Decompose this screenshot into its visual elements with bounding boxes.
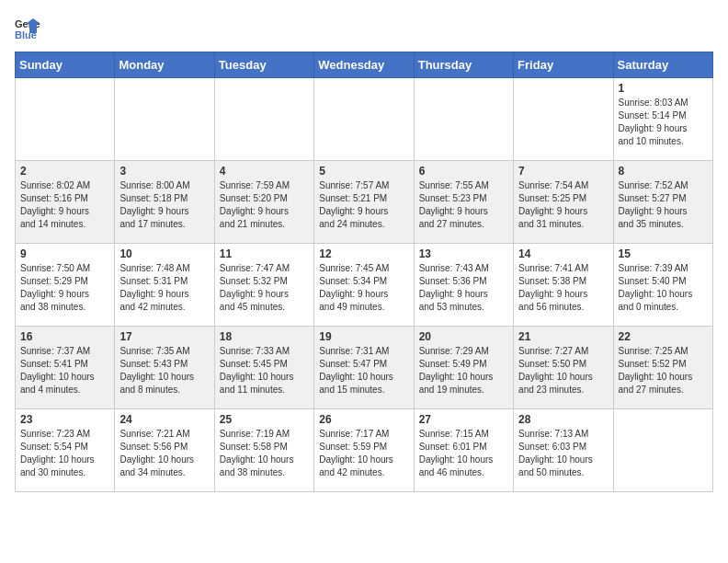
calendar-cell: 25Sunrise: 7:19 AM Sunset: 5:58 PM Dayli…: [214, 409, 313, 492]
day-info: Sunrise: 7:25 AM Sunset: 5:52 PM Dayligh…: [619, 345, 708, 396]
day-info: Sunrise: 7:35 AM Sunset: 5:43 PM Dayligh…: [119, 345, 209, 396]
calendar-cell: 4Sunrise: 7:59 AM Sunset: 5:20 PM Daylig…: [214, 161, 313, 244]
header-sunday: Sunday: [16, 52, 115, 78]
day-info: Sunrise: 7:54 AM Sunset: 5:25 PM Dayligh…: [518, 179, 608, 231]
calendar-cell: 13Sunrise: 7:43 AM Sunset: 5:36 PM Dayli…: [414, 244, 513, 327]
day-number: 19: [319, 330, 408, 343]
calendar-cell: 19Sunrise: 7:31 AM Sunset: 5:47 PM Dayli…: [314, 327, 414, 409]
header-tuesday: Tuesday: [214, 52, 313, 78]
day-number: 7: [518, 165, 608, 178]
calendar-cell: 10Sunrise: 7:48 AM Sunset: 5:31 PM Dayli…: [115, 244, 214, 327]
calendar-cell: 20Sunrise: 7:29 AM Sunset: 5:49 PM Dayli…: [414, 327, 513, 409]
day-number: 5: [319, 165, 408, 178]
calendar-cell: 6Sunrise: 7:55 AM Sunset: 5:23 PM Daylig…: [414, 161, 513, 244]
day-number: 3: [119, 165, 209, 178]
day-info: Sunrise: 7:41 AM Sunset: 5:38 PM Dayligh…: [518, 262, 608, 314]
day-number: 22: [619, 330, 708, 343]
day-info: Sunrise: 7:57 AM Sunset: 5:21 PM Dayligh…: [319, 179, 408, 231]
day-number: 18: [220, 330, 309, 343]
day-number: 10: [119, 247, 209, 260]
day-info: Sunrise: 7:50 AM Sunset: 5:29 PM Dayligh…: [20, 262, 109, 314]
day-info: Sunrise: 7:15 AM Sunset: 6:01 PM Dayligh…: [419, 428, 508, 479]
calendar-cell: 7Sunrise: 7:54 AM Sunset: 5:25 PM Daylig…: [514, 161, 613, 244]
day-number: 21: [518, 330, 608, 343]
day-info: Sunrise: 7:55 AM Sunset: 5:23 PM Dayligh…: [419, 179, 508, 231]
day-number: 26: [319, 413, 408, 426]
calendar-cell: [16, 78, 115, 161]
calendar-cell: [514, 78, 613, 161]
calendar-cell: 26Sunrise: 7:17 AM Sunset: 5:59 PM Dayli…: [314, 409, 414, 492]
calendar-table: SundayMondayTuesdayWednesdayThursdayFrid…: [15, 52, 713, 492]
day-info: Sunrise: 7:31 AM Sunset: 5:47 PM Dayligh…: [319, 345, 408, 396]
day-number: 27: [419, 413, 508, 426]
calendar-header-row: SundayMondayTuesdayWednesdayThursdayFrid…: [16, 52, 713, 78]
calendar-week-5: 23Sunrise: 7:23 AM Sunset: 5:54 PM Dayli…: [16, 409, 713, 492]
calendar-cell: 12Sunrise: 7:45 AM Sunset: 5:34 PM Dayli…: [314, 244, 414, 327]
day-number: 20: [419, 330, 508, 343]
day-number: 23: [20, 413, 109, 426]
calendar-cell: [613, 409, 712, 492]
calendar-week-4: 16Sunrise: 7:37 AM Sunset: 5:41 PM Dayli…: [16, 327, 713, 409]
day-info: Sunrise: 7:23 AM Sunset: 5:54 PM Dayligh…: [20, 428, 109, 479]
day-info: Sunrise: 7:45 AM Sunset: 5:34 PM Dayligh…: [319, 262, 408, 314]
day-number: 15: [619, 247, 708, 260]
header-thursday: Thursday: [414, 52, 513, 78]
day-info: Sunrise: 7:29 AM Sunset: 5:49 PM Dayligh…: [419, 345, 508, 396]
calendar-cell: 15Sunrise: 7:39 AM Sunset: 5:40 PM Dayli…: [613, 244, 712, 327]
calendar-cell: 11Sunrise: 7:47 AM Sunset: 5:32 PM Dayli…: [214, 244, 313, 327]
calendar-cell: 22Sunrise: 7:25 AM Sunset: 5:52 PM Dayli…: [613, 327, 712, 409]
calendar-week-2: 2Sunrise: 8:02 AM Sunset: 5:16 PM Daylig…: [16, 161, 713, 244]
calendar-cell: 5Sunrise: 7:57 AM Sunset: 5:21 PM Daylig…: [314, 161, 414, 244]
day-info: Sunrise: 7:48 AM Sunset: 5:31 PM Dayligh…: [119, 262, 209, 314]
header-friday: Friday: [514, 52, 613, 78]
calendar-cell: 14Sunrise: 7:41 AM Sunset: 5:38 PM Dayli…: [514, 244, 613, 327]
day-info: Sunrise: 7:13 AM Sunset: 6:03 PM Dayligh…: [518, 428, 608, 479]
header-wednesday: Wednesday: [314, 52, 414, 78]
calendar-cell: 21Sunrise: 7:27 AM Sunset: 5:50 PM Dayli…: [514, 327, 613, 409]
day-number: 24: [119, 413, 209, 426]
day-number: 4: [220, 165, 309, 178]
calendar-week-3: 9Sunrise: 7:50 AM Sunset: 5:29 PM Daylig…: [16, 244, 713, 327]
calendar-cell: [314, 78, 414, 161]
day-info: Sunrise: 7:17 AM Sunset: 5:59 PM Dayligh…: [319, 428, 408, 479]
calendar-cell: 9Sunrise: 7:50 AM Sunset: 5:29 PM Daylig…: [16, 244, 115, 327]
day-info: Sunrise: 7:39 AM Sunset: 5:40 PM Dayligh…: [619, 262, 708, 314]
calendar-cell: [214, 78, 313, 161]
day-info: Sunrise: 7:59 AM Sunset: 5:20 PM Dayligh…: [220, 179, 309, 231]
day-number: 2: [20, 165, 109, 178]
day-number: 12: [319, 247, 408, 260]
day-number: 9: [20, 247, 109, 260]
day-info: Sunrise: 7:21 AM Sunset: 5:56 PM Dayligh…: [119, 428, 209, 479]
day-number: 17: [119, 330, 209, 343]
calendar-cell: 24Sunrise: 7:21 AM Sunset: 5:56 PM Dayli…: [115, 409, 214, 492]
day-number: 14: [518, 247, 608, 260]
day-number: 11: [220, 247, 309, 260]
header-saturday: Saturday: [613, 52, 712, 78]
calendar-cell: 23Sunrise: 7:23 AM Sunset: 5:54 PM Dayli…: [16, 409, 115, 492]
day-number: 8: [619, 165, 708, 178]
day-info: Sunrise: 7:43 AM Sunset: 5:36 PM Dayligh…: [419, 262, 508, 314]
calendar-cell: [414, 78, 513, 161]
day-info: Sunrise: 8:03 AM Sunset: 5:14 PM Dayligh…: [619, 97, 708, 148]
calendar-cell: 28Sunrise: 7:13 AM Sunset: 6:03 PM Dayli…: [514, 409, 613, 492]
calendar-cell: 2Sunrise: 8:02 AM Sunset: 5:16 PM Daylig…: [16, 161, 115, 244]
calendar-cell: 17Sunrise: 7:35 AM Sunset: 5:43 PM Dayli…: [115, 327, 214, 409]
day-number: 28: [518, 413, 608, 426]
header-monday: Monday: [115, 52, 214, 78]
header: General Blue: [15, 15, 713, 40]
calendar-cell: 3Sunrise: 8:00 AM Sunset: 5:18 PM Daylig…: [115, 161, 214, 244]
calendar-cell: [115, 78, 214, 161]
day-info: Sunrise: 8:00 AM Sunset: 5:18 PM Dayligh…: [119, 179, 209, 231]
day-info: Sunrise: 7:27 AM Sunset: 5:50 PM Dayligh…: [518, 345, 608, 396]
calendar-cell: 8Sunrise: 7:52 AM Sunset: 5:27 PM Daylig…: [613, 161, 712, 244]
day-info: Sunrise: 8:02 AM Sunset: 5:16 PM Dayligh…: [20, 179, 109, 231]
day-number: 1: [619, 82, 708, 95]
day-number: 6: [419, 165, 508, 178]
calendar-cell: 27Sunrise: 7:15 AM Sunset: 6:01 PM Dayli…: [414, 409, 513, 492]
day-info: Sunrise: 7:19 AM Sunset: 5:58 PM Dayligh…: [220, 428, 309, 479]
day-info: Sunrise: 7:33 AM Sunset: 5:45 PM Dayligh…: [220, 345, 309, 396]
calendar-cell: 16Sunrise: 7:37 AM Sunset: 5:41 PM Dayli…: [16, 327, 115, 409]
day-number: 16: [20, 330, 109, 343]
calendar-cell: 18Sunrise: 7:33 AM Sunset: 5:45 PM Dayli…: [214, 327, 313, 409]
day-number: 25: [220, 413, 309, 426]
